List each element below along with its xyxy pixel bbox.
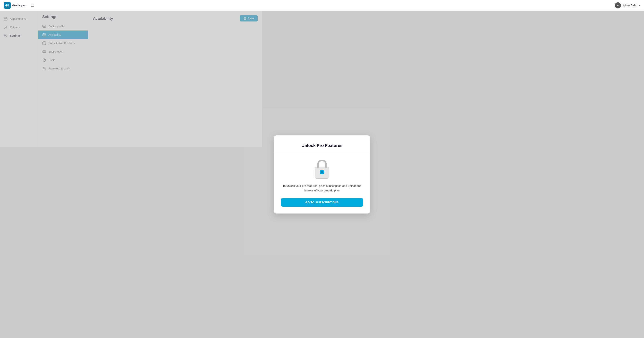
logo-icon bbox=[4, 2, 11, 9]
header-left: docta pro ☰ bbox=[4, 2, 36, 9]
logo-text: docta pro bbox=[12, 4, 26, 7]
svg-point-3 bbox=[7, 4, 8, 5]
modal-overlay[interactable]: Unlock Pro Features To unlock your pro f… bbox=[0, 11, 262, 147]
hamburger-button[interactable]: ☰ bbox=[30, 2, 36, 8]
app-header: docta pro ☰ A A Hak Bahri ▾ bbox=[0, 0, 262, 11]
logo: docta pro bbox=[4, 2, 26, 9]
